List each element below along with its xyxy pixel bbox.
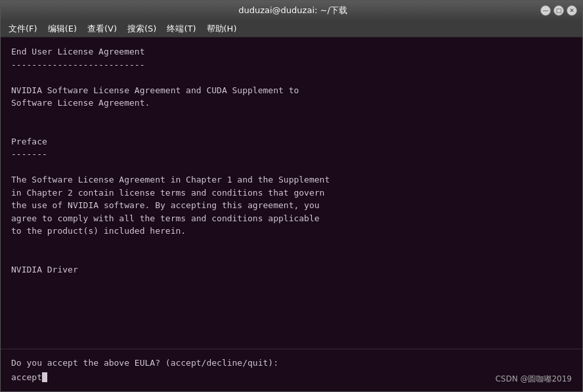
terminal-content: End User License Agreement -------------… <box>1 37 582 349</box>
window-title: duduzai@duduzai: ~/下载 <box>45 5 540 16</box>
menu-edit[interactable]: 编辑(E) <box>43 22 82 36</box>
terminal-output: End User License Agreement -------------… <box>11 45 572 276</box>
menu-file[interactable]: 文件(F) <box>3 22 43 36</box>
window-controls: — □ ✕ <box>540 5 577 16</box>
watermark-text: CSDN @圆咖嘟2019 <box>495 374 572 383</box>
menu-help[interactable]: 帮助(H) <box>202 22 242 36</box>
menu-view[interactable]: 查看(V) <box>82 22 122 36</box>
terminal-area[interactable]: End User License Agreement -------------… <box>1 37 582 391</box>
terminal-input-line[interactable]: accept <box>11 370 278 385</box>
maximize-button[interactable]: □ <box>553 5 564 16</box>
title-bar: duduzai@duduzai: ~/下载 — □ ✕ <box>1 1 582 20</box>
menu-search[interactable]: 搜索(S) <box>122 22 162 36</box>
terminal-window: duduzai@duduzai: ~/下载 — □ ✕ 文件(F) 编辑(E) … <box>0 0 583 392</box>
watermark: CSDN @圆咖嘟2019 <box>495 374 572 385</box>
cursor-block <box>42 372 47 382</box>
menu-terminal[interactable]: 终端(T) <box>162 22 201 36</box>
menu-bar: 文件(F) 编辑(E) 查看(V) 搜索(S) 终端(T) 帮助(H) <box>1 20 582 37</box>
input-text: accept <box>11 372 42 382</box>
eula-prompt: Do you accept the above EULA? (accept/de… <box>11 356 278 370</box>
minimize-button[interactable]: — <box>540 5 551 16</box>
close-button[interactable]: ✕ <box>567 5 577 16</box>
terminal-bottom-bar: Do you accept the above EULA? (accept/de… <box>1 349 582 391</box>
terminal-prompt-area[interactable]: Do you accept the above EULA? (accept/de… <box>11 356 278 385</box>
